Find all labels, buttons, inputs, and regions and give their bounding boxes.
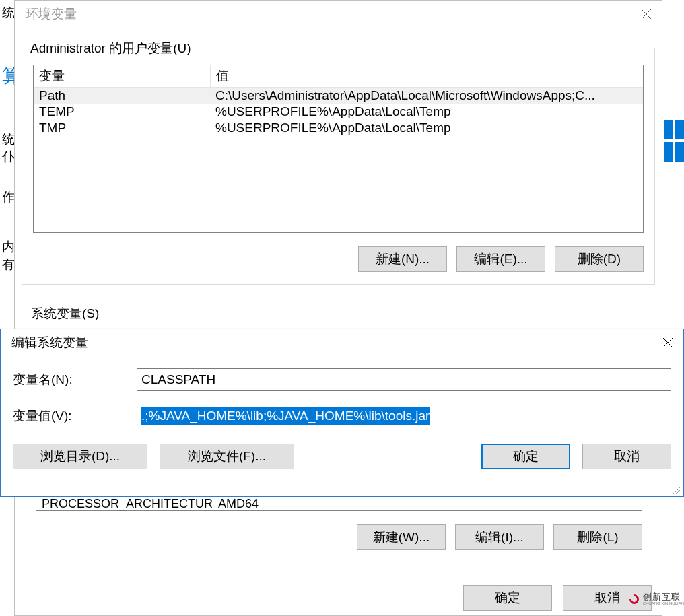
table-row[interactable]: TMP %USERPROFILE%\AppData\Local\Temp [34, 120, 643, 136]
edit-user-var-button[interactable]: 编辑(E)... [456, 246, 545, 272]
new-user-var-button[interactable]: 新建(N)... [358, 246, 447, 272]
new-system-var-button[interactable]: 新建(W)... [357, 524, 446, 550]
close-button[interactable] [652, 329, 683, 356]
edit-cancel-button[interactable]: 取消 [582, 444, 671, 469]
close-button[interactable] [631, 1, 662, 28]
resize-grip-icon[interactable] [671, 485, 681, 495]
cell-variable: TEMP [34, 104, 210, 120]
close-icon [662, 337, 673, 348]
svg-line-6 [679, 493, 680, 494]
user-variables-group: Administrator 的用户变量(U) 变量 值 Path C:\User… [22, 48, 655, 285]
watermark-subtext: CHUANG XIN HULIAN [643, 601, 684, 605]
dialog-titlebar: 编辑系统变量 [1, 329, 683, 356]
group-legend: Administrator 的用户变量(U) [28, 40, 194, 57]
variable-name-label: 变量名(N): [13, 371, 137, 388]
selected-text: .;%JAVA_HOME%\lib;%JAVA_HOME%\lib\tools.… [141, 407, 430, 425]
watermark-text: 创新互联 [643, 592, 684, 601]
variable-name-input[interactable] [137, 368, 671, 391]
cell-value: %USERPROFILE%\AppData\Local\Temp [210, 104, 643, 120]
close-icon [641, 9, 652, 20]
user-vars-button-row: 新建(N)... 编辑(E)... 删除(D) [33, 246, 644, 272]
variable-name-row: 变量名(N): [13, 368, 671, 391]
variable-value-row: 变量值(V): .;%JAVA_HOME%\lib;%JAVA_HOME%\li… [13, 405, 671, 427]
cell-value: C:\Users\Administrator\AppData\Local\Mic… [210, 88, 643, 104]
edit-dialog-button-row: 浏览目录(D)... 浏览文件(F)... 确定 取消 [1, 441, 683, 469]
dialog-title: 环境变量 [15, 5, 631, 23]
cell-variable: Path [34, 88, 210, 104]
delete-user-var-button[interactable]: 删除(D) [555, 246, 644, 272]
windows-logo-icon [664, 120, 684, 162]
table-row[interactable]: TEMP %USERPROFILE%\AppData\Local\Temp [34, 104, 643, 120]
watermark-logo-icon [627, 592, 641, 606]
system-vars-button-row: 新建(W)... 编辑(I)... 删除(L) [25, 524, 653, 550]
col-header-value[interactable]: 值 [210, 65, 643, 87]
dialog-titlebar: 环境变量 [15, 1, 662, 28]
env-dialog-ok-cancel: 确定 取消 [14, 585, 662, 611]
edit-ok-button[interactable]: 确定 [481, 444, 570, 469]
cell-variable: PROCESSOR_ARCHITECTURE [36, 497, 213, 511]
watermark: 创新互联 CHUANG XIN HULIAN [629, 592, 684, 605]
variable-value-input[interactable]: .;%JAVA_HOME%\lib;%JAVA_HOME%\lib\tools.… [137, 405, 671, 427]
variable-value-label: 变量值(V): [13, 407, 137, 425]
browse-directory-button[interactable]: 浏览目录(D)... [13, 444, 147, 469]
cell-value: AMD64 [213, 497, 642, 511]
system-variables-label: 系统变量(S) [31, 305, 662, 322]
edit-system-variable-dialog: 编辑系统变量 变量名(N): 变量值(V): .;%JAVA_HOME%\lib… [0, 329, 684, 497]
cell-value: %USERPROFILE%\AppData\Local\Temp [210, 120, 643, 136]
dialog-title: 编辑系统变量 [1, 334, 652, 351]
system-variables-table[interactable]: PROCESSOR_ARCHITECTURE AMD64 [36, 498, 642, 511]
browse-file-button[interactable]: 浏览文件(F)... [160, 444, 294, 469]
edit-system-var-button[interactable]: 编辑(I)... [455, 524, 544, 550]
env-ok-button[interactable]: 确定 [463, 585, 552, 611]
cell-variable: TMP [34, 120, 210, 136]
table-header: 变量 值 [34, 65, 643, 88]
user-variables-table[interactable]: 变量 值 Path C:\Users\Administrator\AppData… [33, 65, 644, 233]
delete-system-var-button[interactable]: 删除(L) [553, 524, 642, 550]
table-row[interactable]: Path C:\Users\Administrator\AppData\Loca… [34, 88, 643, 104]
system-variables-peek: PROCESSOR_ARCHITECTURE AMD64 新建(W)... 编辑… [25, 498, 653, 550]
col-header-variable[interactable]: 变量 [34, 65, 210, 87]
